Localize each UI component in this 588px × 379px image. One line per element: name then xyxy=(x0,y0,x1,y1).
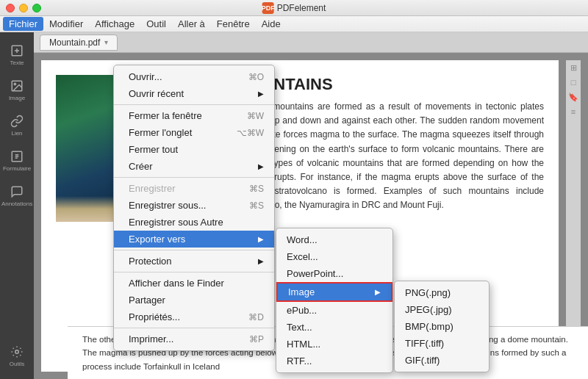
menu-bar: Fichier Modifier Affichage Outil Aller à… xyxy=(0,16,588,32)
menu-imprimer[interactable]: Imprimer... ⌘P xyxy=(114,331,274,347)
menu-exporter-vers[interactable]: Exporter vers ▶ Word... Excel... PowerPo… xyxy=(114,231,274,248)
title-bar: PDF PDFelement xyxy=(0,0,588,16)
grid-icon[interactable]: ⊞ xyxy=(567,62,579,73)
sidebar-tool-outils[interactable]: Outils xyxy=(2,339,32,373)
menu-ouvrir-recent[interactable]: Ouvrir récent ▶ xyxy=(114,85,274,102)
fichier-dropdown: Ouvrir... ⌘O Ouvrir récent ▶ Fermer la f… xyxy=(113,65,275,351)
menu-modifier[interactable]: Modifier xyxy=(43,17,89,31)
menu-enregistrer-autre[interactable]: Enregistrer sous Autre xyxy=(114,214,274,231)
svg-point-2 xyxy=(14,83,15,84)
submenu-text[interactable]: Text... xyxy=(276,319,392,336)
exporter-submenu: Word... Excel... PowerPoint... Image ▶ P… xyxy=(276,228,393,373)
menu-fichier[interactable]: Fichier xyxy=(3,17,43,31)
submenu-epub[interactable]: ePub... xyxy=(276,302,392,319)
menu-fermer-fenetre[interactable]: Fermer la fenêtre ⌘W xyxy=(114,107,274,124)
tab-name: Mountain.pdf xyxy=(49,37,100,48)
image-bmp[interactable]: BMP(.bmp) xyxy=(395,318,489,335)
image-gif[interactable]: GIF(.tiff) xyxy=(395,352,489,369)
sep2 xyxy=(114,177,274,178)
page-icon[interactable]: □ xyxy=(567,76,579,88)
bookmark-icon[interactable]: 🔖 xyxy=(567,91,579,103)
menu-creer[interactable]: Créer ▶ xyxy=(114,158,274,175)
image-jpeg[interactable]: JPEG(.jpg) xyxy=(395,301,489,318)
menu-afficher-finder[interactable]: Afficher dans le Finder xyxy=(114,275,274,292)
menu-ouvrir[interactable]: Ouvrir... ⌘O xyxy=(114,68,274,85)
close-button[interactable] xyxy=(6,4,15,12)
lines-icon[interactable]: ≡ xyxy=(567,106,579,118)
sidebar: Texte Image Lien Formulaire Annotations … xyxy=(0,32,34,379)
menu-outil[interactable]: Outil xyxy=(140,17,172,31)
submenu-image[interactable]: Image ▶ PNG(.png) JPEG(.jpg) BMP(.bmp) T… xyxy=(276,282,392,302)
right-panel: ⊞ □ 🔖 ≡ △ ▽ + xyxy=(566,60,581,372)
menu-fermer-onglet[interactable]: Fermer l'onglet ⌥⌘W xyxy=(114,124,274,141)
sidebar-tool-formulaire[interactable]: Formulaire xyxy=(2,144,32,178)
menu-partager[interactable]: Partager xyxy=(114,292,274,308)
menu-fenetre[interactable]: Fenêtre xyxy=(211,17,256,31)
menu-aller[interactable]: Aller à xyxy=(172,17,211,31)
image-tiff[interactable]: TIFF(.tiff) xyxy=(395,335,489,352)
submenu-html[interactable]: HTML... xyxy=(276,336,392,353)
menu-protection[interactable]: Protection ▶ xyxy=(114,253,274,270)
sidebar-tool-texte[interactable]: Texte xyxy=(2,38,32,72)
menu-affichage[interactable]: Affichage xyxy=(89,17,140,31)
image-png[interactable]: PNG(.png) xyxy=(395,284,489,301)
image-submenu: PNG(.png) JPEG(.jpg) BMP(.bmp) TIFF(.tif… xyxy=(394,281,490,372)
main-layout: Texte Image Lien Formulaire Annotations … xyxy=(0,32,588,379)
menu-aide[interactable]: Aide xyxy=(256,17,287,31)
menu-proprietes[interactable]: Propriétés... ⌘D xyxy=(114,308,274,325)
sep1 xyxy=(114,104,274,105)
document-area: Mountain.pdf ▾ MOUNTAINS Volcanic mounta… xyxy=(34,32,588,379)
menu-enregistrer-sous[interactable]: Enregistrer sous... ⌘S xyxy=(114,197,274,214)
app-logo-icon: PDF xyxy=(262,2,274,14)
app-name: PDFelement xyxy=(277,3,326,13)
maximize-button[interactable] xyxy=(32,4,41,12)
tab-dropdown-icon[interactable]: ▾ xyxy=(104,38,108,46)
traffic-lights xyxy=(6,4,41,12)
submenu-rtf[interactable]: RTF... xyxy=(276,353,392,369)
submenu-excel[interactable]: Excel... xyxy=(276,248,392,265)
sep5 xyxy=(114,328,274,328)
sidebar-tool-image[interactable]: Image xyxy=(2,73,32,107)
sep3 xyxy=(114,250,274,250)
sidebar-tool-lien[interactable]: Lien xyxy=(2,109,32,142)
sidebar-tool-annotations[interactable]: Annotations xyxy=(2,179,32,213)
tab-bar: Mountain.pdf ▾ xyxy=(34,32,588,53)
menu-enregistrer[interactable]: Enregistrer ⌘S xyxy=(114,180,274,197)
pdf-tab[interactable]: Mountain.pdf ▾ xyxy=(40,35,118,51)
submenu-powerpoint[interactable]: PowerPoint... xyxy=(276,265,392,282)
submenu-word[interactable]: Word... xyxy=(276,231,392,248)
svg-point-4 xyxy=(15,350,19,354)
app-logo: PDF PDFelement xyxy=(262,2,326,14)
sep4 xyxy=(114,272,274,272)
minimize-button[interactable] xyxy=(19,4,28,12)
menu-fermer-tout[interactable]: Fermer tout xyxy=(114,141,274,158)
